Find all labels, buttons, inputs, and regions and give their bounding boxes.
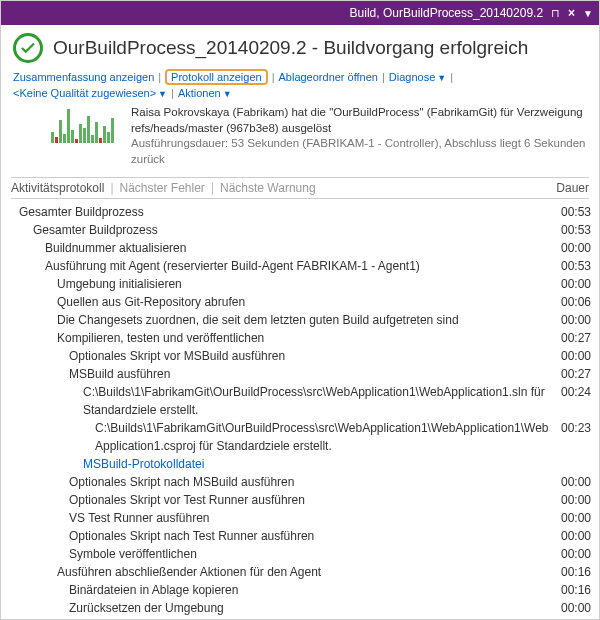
log-duration: 00:00 [557, 347, 599, 365]
actions-link[interactable]: Aktionen▼ [178, 87, 232, 99]
log-duration: 00:00 [557, 275, 599, 293]
next-warning-link[interactable]: Nächste Warnung [220, 181, 316, 195]
log-text: Die Changesets zuordnen, die seit dem le… [5, 311, 557, 329]
log-duration: 00:00 [557, 239, 599, 257]
show-summary-link[interactable]: Zusammenfassung anzeigen [13, 71, 154, 83]
log-text: Umgebung initialisieren [5, 275, 557, 293]
open-drop-link[interactable]: Ablageordner öffnen [278, 71, 378, 83]
log-duration: 00:00 [557, 491, 599, 509]
log-text: Optionales Skript vor Test Runner ausfüh… [5, 491, 557, 509]
log-row: Gesamter Buildprozess00:53 [5, 221, 599, 239]
summary-text: Raisa Pokrovskaya (Fabrikam) hat die "Ou… [131, 105, 587, 167]
close-icon[interactable]: × [568, 6, 575, 20]
pin-icon[interactable]: ⊓ [551, 7, 560, 20]
show-log-link[interactable]: Protokoll anzeigen [171, 71, 262, 83]
msbuild-log-link[interactable]: MSBuild-Protokolldatei [83, 457, 204, 471]
log-section-header: Aktivitätsprotokoll | Nächster Fehler | … [11, 177, 589, 199]
log-row: C:\Builds\1\FabrikamGit\OurBuildProcess\… [5, 383, 599, 419]
log-duration: 00:00 [557, 599, 599, 617]
log-row: Buildnummer aktualisieren00:00 [5, 239, 599, 257]
quality-link[interactable]: <Keine Qualität zugewiesen>▼ [13, 87, 167, 99]
log-duration: 00:53 [557, 203, 599, 221]
menu-arrow-icon[interactable]: ▼ [583, 8, 593, 19]
log-row: MSBuild-Protokolldatei [5, 455, 599, 473]
window-titlebar: Build, OurBuildProcess_20140209.2 ⊓ × ▼ [1, 1, 599, 25]
activity-log[interactable]: Gesamter Buildprozess00:53Gesamter Build… [1, 203, 599, 620]
log-text: C:\Builds\1\FabrikamGit\OurBuildProcess\… [5, 419, 557, 455]
log-duration: 00:53 [557, 257, 599, 275]
diagnostics-link[interactable]: Diagnose▼ [389, 71, 446, 83]
log-duration: 00:00 [557, 311, 599, 329]
log-row: Die Changesets zuordnen, die seit dem le… [5, 311, 599, 329]
build-header: OurBuildProcess_20140209.2 - Buildvorgan… [1, 25, 599, 67]
log-text: Symbole veröffentlichen [5, 545, 557, 563]
log-duration: 00:24 [557, 383, 599, 419]
sparkline-chart [51, 105, 121, 143]
log-text: VS Test Runner ausführen [5, 509, 557, 527]
log-row: Optionales Skript vor MSBuild ausführen0… [5, 347, 599, 365]
log-duration: 00:00 [557, 545, 599, 563]
log-row: VS Test Runner ausführen00:00 [5, 509, 599, 527]
log-duration: 00:00 [557, 509, 599, 527]
log-text: Buildnummer aktualisieren [5, 239, 557, 257]
log-duration: 00:27 [557, 365, 599, 383]
duration-label: Dauer [556, 181, 589, 195]
titlebar-text: Build, OurBuildProcess_20140209.2 [350, 6, 543, 20]
chevron-down-icon: ▼ [223, 89, 232, 99]
log-duration: 00:16 [557, 581, 599, 599]
log-row: Zurücksetzen der Umgebung00:00 [5, 599, 599, 617]
log-row: Gesamter Buildprozess00:53 [5, 203, 599, 221]
log-row: Ausführen abschließender Aktionen für de… [5, 563, 599, 581]
log-row: Optionales Skript nach Test Runner ausfü… [5, 527, 599, 545]
log-row: Quellen aus Git-Repository abrufen00:06 [5, 293, 599, 311]
success-icon [13, 33, 43, 63]
log-text: Optionales Skript vor MSBuild ausführen [5, 347, 557, 365]
log-row: Kompilieren, testen und veröffentlichen0… [5, 329, 599, 347]
activity-log-label: Aktivitätsprotokoll [11, 181, 104, 195]
chevron-down-icon: ▼ [437, 73, 446, 83]
log-duration: 00:23 [557, 419, 599, 455]
summary-line-2: Ausführungsdauer: 53 Sekunden (FABRIKAM-… [131, 136, 587, 167]
link-bar: Zusammenfassung anzeigen | Protokoll anz… [1, 67, 599, 103]
log-row: Ausführung mit Agent (reservierter Build… [5, 257, 599, 275]
page-title: OurBuildProcess_20140209.2 - Buildvorgan… [53, 37, 528, 59]
log-duration: 00:00 [557, 473, 599, 491]
log-text: Ausführung mit Agent (reservierter Build… [5, 257, 557, 275]
log-row: Binärdateien in Ablage kopieren00:16 [5, 581, 599, 599]
log-duration: 00:06 [557, 293, 599, 311]
log-row: Umgebung initialisieren00:00 [5, 275, 599, 293]
log-text: Kompilieren, testen und veröffentlichen [5, 329, 557, 347]
log-text: MSBuild ausführen [5, 365, 557, 383]
log-text: Optionales Skript nach MSBuild ausführen [5, 473, 557, 491]
log-text: Ausführen abschließender Aktionen für de… [5, 563, 557, 581]
log-row: Symbole veröffentlichen00:00 [5, 545, 599, 563]
log-row: C:\Builds\1\FabrikamGit\OurBuildProcess\… [5, 419, 599, 455]
chevron-down-icon: ▼ [158, 89, 167, 99]
log-text[interactable]: MSBuild-Protokolldatei [5, 455, 557, 473]
log-text: Optionales Skript nach Test Runner ausfü… [5, 527, 557, 545]
log-duration [557, 455, 599, 473]
log-text: Binärdateien in Ablage kopieren [5, 581, 557, 599]
summary-line-1: Raisa Pokrovskaya (Fabrikam) hat die "Ou… [131, 105, 587, 136]
build-summary: Raisa Pokrovskaya (Fabrikam) hat die "Ou… [1, 103, 599, 173]
log-text: Zurücksetzen der Umgebung [5, 599, 557, 617]
log-duration: 00:16 [557, 563, 599, 581]
log-duration: 00:27 [557, 329, 599, 347]
log-row: Optionales Skript vor Test Runner ausfüh… [5, 491, 599, 509]
log-row: MSBuild ausführen00:27 [5, 365, 599, 383]
log-text: C:\Builds\1\FabrikamGit\OurBuildProcess\… [5, 383, 557, 419]
log-row: Optionales Skript nach MSBuild ausführen… [5, 473, 599, 491]
log-text: Gesamter Buildprozess [5, 221, 557, 239]
log-duration: 00:00 [557, 527, 599, 545]
log-duration: 00:53 [557, 221, 599, 239]
log-text: Quellen aus Git-Repository abrufen [5, 293, 557, 311]
next-error-link[interactable]: Nächster Fehler [120, 181, 205, 195]
log-text: Gesamter Buildprozess [5, 203, 557, 221]
